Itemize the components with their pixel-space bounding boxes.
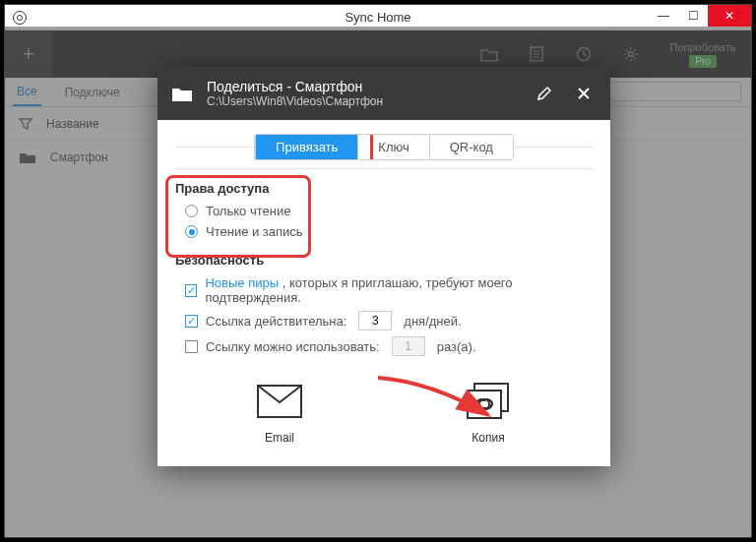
link-uses-unit: раз(а). [437, 339, 476, 354]
edit-icon[interactable] [532, 81, 557, 106]
share-copy-label: Копия [472, 431, 504, 445]
copy-link-icon [465, 382, 512, 421]
check-link-valid[interactable] [185, 315, 198, 328]
subtabs: Привязать Ключ QR-код [175, 134, 593, 169]
folder-icon [171, 85, 193, 102]
email-icon [256, 382, 303, 421]
maximize-button[interactable]: ☐ [678, 5, 708, 27]
security-label: Безопасность [175, 253, 593, 268]
close-button[interactable]: ✕ [708, 5, 751, 27]
share-email-button[interactable]: Email [256, 382, 303, 445]
check-link-uses[interactable] [185, 340, 198, 353]
dialog-header: Поделиться - Смартфон C:\Users\Win8\Vide… [158, 67, 610, 120]
window-controls: — ☐ ✕ [649, 5, 751, 27]
svg-rect-8 [468, 391, 501, 418]
dialog-title: Поделиться - Смартфон [207, 79, 518, 94]
check-link-uses-label: Ссылку можно использовать: [206, 339, 380, 354]
radio-read-only-label: Только чтение [206, 204, 290, 218]
link-valid-days-unit: дня/дней. [404, 314, 461, 329]
dialog-path: C:\Users\Win8\Videos\Смартфон [207, 94, 518, 108]
radio-read-only[interactable] [185, 205, 198, 217]
link-uses-input [392, 336, 425, 356]
share-email-label: Email [265, 431, 294, 445]
subtab-qr[interactable]: QR-код [429, 135, 513, 159]
share-dialog: Поделиться - Смартфон C:\Users\Win8\Vide… [158, 67, 610, 466]
subtab-link[interactable]: Привязать [255, 135, 357, 159]
share-copy-button[interactable]: Копия [465, 382, 512, 445]
sync-icon [13, 11, 27, 25]
access-section: Права доступа Только чтение Чтение и зап… [175, 181, 593, 239]
subtab-key[interactable]: Ключ [357, 135, 428, 159]
window-title: Sync Home [5, 10, 751, 25]
link-valid-days-input[interactable] [358, 311, 392, 331]
check-new-peers-label: Новые пиры , которых я приглашаю, требую… [205, 275, 593, 305]
close-icon[interactable] [571, 81, 597, 106]
radio-read-write[interactable] [185, 225, 198, 238]
check-link-valid-label: Ссылка действительна: [206, 314, 346, 329]
minimize-button[interactable]: — [649, 5, 678, 27]
check-new-peers[interactable] [185, 284, 197, 297]
access-label: Права доступа [175, 181, 593, 196]
radio-read-write-label: Чтение и запись [206, 224, 303, 239]
